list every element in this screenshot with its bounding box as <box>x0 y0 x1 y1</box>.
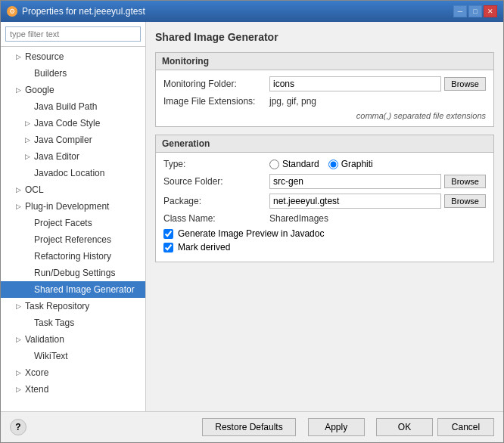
type-standard-option[interactable]: Standard <box>269 159 319 169</box>
sidebar-item-javadoc-location[interactable]: Javadoc Location <box>1 165 145 181</box>
expand-icon: ▷ <box>16 299 22 313</box>
type-graphiti-label: Graphiti <box>341 159 373 169</box>
panel-title: Shared Image Generator <box>155 31 494 43</box>
sidebar-item-label: OCL <box>25 183 44 197</box>
extensions-hint: comma(,) separated file extensions <box>163 111 486 120</box>
monitoring-section: Monitoring Monitoring Folder: Browse Ima… <box>155 52 494 127</box>
expand-icon: ▷ <box>25 133 31 147</box>
generation-section-header: Generation <box>156 135 493 153</box>
expand-icon: ▷ <box>16 50 22 64</box>
sidebar-item-label: Project References <box>34 233 111 246</box>
generate-preview-label: Generate Image Preview in Javadoc <box>178 228 324 239</box>
sidebar-item-refactoring-history[interactable]: Refactoring History <box>1 248 145 265</box>
sidebar-item-java-compiler[interactable]: ▷ Java Compiler <box>1 132 145 148</box>
sidebar-item-label: Task Repository <box>25 299 89 313</box>
sidebar-item-project-references[interactable]: Project References <box>1 231 145 248</box>
ok-button[interactable]: OK <box>376 418 433 436</box>
sidebar-item-builders[interactable]: Builders <box>1 65 145 82</box>
sidebar-item-wikitext[interactable]: WikiText <box>1 348 145 364</box>
apply-button[interactable]: Apply <box>308 418 365 436</box>
sidebar-item-label: Google <box>25 83 54 97</box>
bottom-bar: ? Restore Defaults Apply OK Cancel <box>1 411 503 442</box>
sidebar-item-java-code-style[interactable]: ▷ Java Code Style <box>1 115 145 132</box>
generation-section: Generation Type: Standard Graphiti <box>155 135 494 262</box>
monitoring-folder-browse-button[interactable]: Browse <box>444 77 486 91</box>
sidebar-item-task-repository[interactable]: ▷ Task Repository <box>1 298 145 314</box>
main-window: ⚙ Properties for net.jeeeyul.gtest ─ □ ✕… <box>0 0 504 443</box>
close-button[interactable]: ✕ <box>484 5 497 17</box>
sidebar-item-java-editor[interactable]: ▷ Java Editor <box>1 148 145 165</box>
sidebar-item-project-facets[interactable]: Project Facets <box>1 215 145 231</box>
sidebar-item-label: Java Compiler <box>34 133 92 147</box>
type-row: Type: Standard Graphiti <box>163 159 486 169</box>
expand-icon: ▷ <box>16 383 22 396</box>
filter-input[interactable] <box>5 26 141 42</box>
sidebar-item-label: Java Code Style <box>34 116 100 130</box>
source-folder-label: Source Folder: <box>163 176 269 187</box>
mark-derived-label: Mark derived <box>178 242 230 252</box>
sidebar-item-run-debug-settings[interactable]: Run/Debug Settings <box>1 265 145 281</box>
sidebar-item-ocl[interactable]: ▷ OCL <box>1 181 145 198</box>
sidebar-item-java-build-path[interactable]: Java Build Path <box>1 98 145 115</box>
bottom-left: ? <box>10 419 26 435</box>
type-standard-label: Standard <box>282 159 319 169</box>
sidebar-item-plugin-development[interactable]: ▷ Plug-in Development <box>1 198 145 215</box>
image-extensions-value: jpg, gif, png <box>269 96 486 107</box>
title-controls: ─ □ ✕ <box>453 5 497 17</box>
package-label: Package: <box>163 196 269 206</box>
title-bar: ⚙ Properties for net.jeeeyul.gtest ─ □ ✕ <box>1 1 503 22</box>
source-folder-input[interactable] <box>269 174 441 189</box>
expand-icon: ▷ <box>16 366 22 379</box>
sidebar-item-label: Builders <box>34 67 67 80</box>
sidebar-item-label: Shared Image Generator <box>34 283 135 296</box>
bottom-right: Restore Defaults Apply OK Cancel <box>202 418 494 436</box>
generate-preview-checkbox[interactable] <box>163 229 173 239</box>
content-area: ▷ Resource Builders ▷ Google Java Build … <box>1 22 503 411</box>
sidebar-item-label: Javadoc Location <box>34 166 104 180</box>
sidebar-item-google[interactable]: ▷ Google <box>1 82 145 98</box>
sidebar-item-label: Resource <box>25 50 64 64</box>
image-extensions-label: Image File Extensions: <box>163 96 269 107</box>
tree-area: ▷ Resource Builders ▷ Google Java Build … <box>1 47 145 411</box>
sidebar-item-label: WikiText <box>34 349 68 363</box>
sidebar-item-resource[interactable]: ▷ Resource <box>1 48 145 65</box>
type-standard-radio[interactable] <box>269 160 279 169</box>
sidebar-item-xtend[interactable]: ▷ Xtend <box>1 381 145 398</box>
window-icon: ⚙ <box>7 6 17 17</box>
expand-icon: ▷ <box>16 83 22 97</box>
sidebar-item-label: Java Editor <box>34 150 79 163</box>
class-name-label: Class Name: <box>163 213 269 224</box>
type-graphiti-option[interactable]: Graphiti <box>328 159 373 169</box>
package-browse-button[interactable]: Browse <box>444 194 486 208</box>
sidebar-item-shared-image-generator[interactable]: Shared Image Generator <box>1 281 145 298</box>
sidebar-item-label: Plug-in Development <box>25 200 109 213</box>
minimize-button[interactable]: ─ <box>453 5 467 17</box>
right-panel: Shared Image Generator Monitoring Monito… <box>146 22 503 411</box>
expand-icon: ▷ <box>25 150 31 163</box>
sidebar-item-label: Run/Debug Settings <box>34 266 115 280</box>
sidebar-item-label: Java Build Path <box>34 100 97 113</box>
monitoring-folder-input[interactable] <box>269 76 441 91</box>
sidebar-item-label: Xcore <box>25 366 48 379</box>
class-name-value: SharedImages <box>269 213 486 224</box>
package-input[interactable] <box>269 194 441 209</box>
sidebar-item-label: Xtend <box>25 383 48 396</box>
image-extensions-row: Image File Extensions: jpg, gif, png <box>163 96 486 107</box>
sidebar-item-task-tags[interactable]: Task Tags <box>1 314 145 331</box>
expand-icon: ▷ <box>16 200 22 213</box>
source-folder-browse-button[interactable]: Browse <box>444 175 486 188</box>
type-graphiti-radio[interactable] <box>328 160 338 169</box>
cancel-button[interactable]: Cancel <box>437 418 494 436</box>
maximize-button[interactable]: □ <box>468 5 482 17</box>
sidebar-item-validation[interactable]: ▷ Validation <box>1 331 145 348</box>
mark-derived-checkbox[interactable] <box>163 243 173 252</box>
help-button[interactable]: ? <box>10 419 26 435</box>
expand-icon: ▷ <box>16 183 22 197</box>
restore-defaults-button[interactable]: Restore Defaults <box>202 418 295 436</box>
generate-preview-row: Generate Image Preview in Javadoc <box>163 228 486 239</box>
monitoring-section-header: Monitoring <box>156 53 493 70</box>
sidebar: ▷ Resource Builders ▷ Google Java Build … <box>1 22 146 411</box>
generation-section-body: Type: Standard Graphiti <box>156 153 493 262</box>
package-row: Package: Browse <box>163 194 486 209</box>
sidebar-item-xcore[interactable]: ▷ Xcore <box>1 364 145 381</box>
